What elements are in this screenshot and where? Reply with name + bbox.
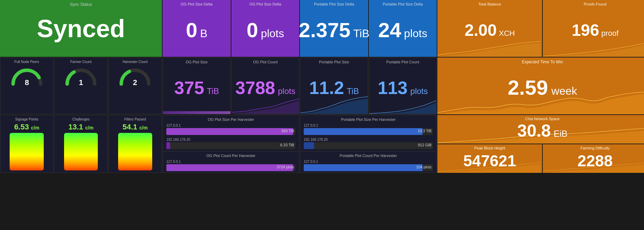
filters-passed-value: 54.1 c/m [123,123,148,132]
harvester-count-label: Harvester Count [123,60,148,64]
peak-block-height-value: 547621 [463,151,516,170]
portable-plot-size-delta-plots-label: Portable Plot Size Delta [369,2,437,6]
svg-text:8: 8 [25,78,29,86]
expected-time-to-win-card: Expected Time To Win 2.59 week [437,58,644,114]
og-plot-count-unit: plots [278,86,295,96]
portable-plot-count-per-harvester-label: Portable Plot Count Per Harvester [304,154,433,158]
top-right-panel: Total Balance 2.00 XCH Proofs Found 196 … [437,0,644,57]
full-node-peers-label: Full Node Peers [14,60,39,64]
svg-text:1: 1 [79,78,83,86]
total-balance-value: 2.00 [465,21,497,40]
og-plot-size-card: OG Plot Size 375 TiB [163,58,231,114]
og-plot-size-per-harvester: OG Plot Size Per Harvester 127.0.0.1 369… [163,115,299,151]
og-plot-size-delta-b-unit: B [200,27,207,40]
total-balance-unit: XCH [499,29,515,38]
og-size-bar2-value: 6.33 TiB [280,143,294,147]
og-plot-count-value: 3788 [235,77,275,98]
og-plot-count-per-harvester: OG Plot Count Per Harvester 127.0.0.1 37… [163,151,299,173]
full-node-peers-gauge: 8 [10,65,44,86]
row3-left-panel: Signage Points 6.53 c/m Challenges 13.1 … [0,115,162,173]
signage-points-value: 6.53 c/m [14,123,39,132]
og-plot-size-per-harvester-label: OG Plot Size Per Harvester [166,117,295,122]
portable-plot-size-per-harvester: Portable Plot Size Per Harvester 127.0.0… [300,115,436,151]
og-plot-size-delta-plots-unit: plots [261,27,284,40]
proofs-found-value: 196 [572,21,599,40]
og-plot-size-value: 375 [174,77,204,98]
og-plot-size-delta-plots-label: OG Plot Size Delta [231,2,299,6]
total-balance-label: Total Balance [437,2,542,6]
portable-plot-count-label: Portable Plot Count [369,60,436,64]
portable-plot-size-delta-plots-value: 24 [378,18,401,42]
farmer-count-label: Farmer Count [70,60,92,64]
row3-right-panel: Chia Network Space 30.8 EiB Peak Block H… [437,115,644,173]
og-plot-count-per-harvester-label: OG Plot Count Per Harvester [166,154,295,158]
og-plot-count-label: OG Plot Count [232,60,299,64]
farmer-count-gauge: 1 [64,65,98,86]
proofs-found-card: Proofs Found 196 proof [543,0,644,57]
chia-network-space-card: Chia Network Space 30.8 EiB [437,115,644,144]
farmer-count-card: Farmer Count 1 [54,58,107,114]
harvester-count-gauge: 2 [118,65,152,86]
portable-plot-size-delta-plots-card: Portable Plot Size Delta 24 plots [369,0,437,57]
signage-points-card: Signage Points 6.53 c/m [0,115,53,173]
og-plot-size-delta-plots-card: OG Plot Size Delta 0 plots [231,0,299,57]
sync-status-label: Sync Status [0,2,162,7]
proofs-found-label: Proofs Found [543,2,644,6]
portable-size-bar2-value: 912 GiB [418,143,432,147]
sync-status-card: Sync Status Synced [0,0,162,57]
portable-plot-size-delta-tib-label: Portable Plot Size Delta [300,2,368,6]
portable-plot-size-card: Portable Plot Size 11.2 TiB [300,58,368,114]
bottom-right-pair: Peak Block Height 547621 Farming Difficu… [437,144,644,173]
portable-plot-size-delta-plots-unit: plots [404,27,427,40]
expected-time-to-win-unit: week [551,85,577,97]
proofs-found-unit: proof [601,29,619,38]
og-per-harvester-panel: OG Plot Size Per Harvester 127.0.0.1 369… [163,115,299,173]
proofs-found-sparkline [543,40,644,57]
signage-points-label: Signage Points [15,117,38,121]
row2-left-panel: Full Node Peers 8 Farmer Count 1 Harvest… [0,58,162,114]
og-size-bar1-value: 369 TiB [281,129,294,133]
chia-network-space-unit: EiB [553,128,567,139]
full-node-peers-card: Full Node Peers 8 [0,58,53,114]
total-balance-sparkline [437,40,541,57]
portable-plot-size-label: Portable Plot Size [300,60,368,64]
farming-difficulty-card: Farming Difficulty 2288 [543,144,644,173]
portable-plot-size-unit: TiB [347,86,359,96]
og-plot-size-label: OG Plot Size [163,60,230,64]
portable-plot-count-per-harvester: Portable Plot Count Per Harvester 127.0.… [300,151,436,173]
og-plot-size-delta-plots-value: 0 [247,18,258,42]
og-plot-size-delta-b-label: OG Plot Size Delta [163,2,231,6]
expected-time-to-win-label: Expected Time To Win [437,60,644,64]
challenges-card: Challenges 13.1 c/m [54,115,107,173]
peak-block-height-card: Peak Block Height 547621 [437,144,542,173]
portable-size-bar1-value: 10.3 TiB [418,129,432,133]
farming-difficulty-label: Farming Difficulty [543,146,644,150]
farming-difficulty-value: 2288 [578,151,613,170]
og-plot-size-delta-b-card: OG Plot Size Delta 0 B [163,0,231,57]
expected-time-to-win-value: 2.59 [508,76,548,100]
portable-plot-size-delta-tib-value: 2.375 [299,18,351,42]
portable-plot-size-delta-tib-unit: TiB [353,27,370,40]
og-plot-size-unit: TiB [207,86,219,96]
harvester-count-card: Harvester Count 2 [108,58,162,114]
og-plot-size-delta-b-value: 0 [186,18,197,42]
og-count-bar1-value: 3724 plots [277,165,294,169]
filters-passed-card: Filters Passed 54.1 c/m [108,115,162,173]
portable-plot-count-card: Portable Plot Count 113 plots [369,58,437,114]
chia-network-space-value: 30.8 [517,121,551,141]
challenges-value: 13.1 c/m [68,123,93,132]
svg-text:2: 2 [133,78,137,86]
sync-status-value: Synced [37,14,125,43]
portable-count-bar1-value: 104 plots [416,165,432,169]
portable-plot-size-delta-tib-card: Portable Plot Size Delta 2.375 TiB [300,0,368,57]
portable-plot-size-per-harvester-label: Portable Plot Size Per Harvester [304,117,433,122]
peak-block-height-label: Peak Block Height [437,146,542,150]
portable-per-harvester-panel: Portable Plot Size Per Harvester 127.0.0… [300,115,437,173]
chia-network-space-label: Chia Network Space [437,117,644,121]
og-plot-count-card: OG Plot Count 3788 plots [231,58,299,114]
challenges-label: Challenges [72,117,90,121]
portable-plot-count-unit: plots [411,86,428,96]
total-balance-card: Total Balance 2.00 XCH [437,0,542,57]
filters-passed-label: Filters Passed [124,117,146,121]
